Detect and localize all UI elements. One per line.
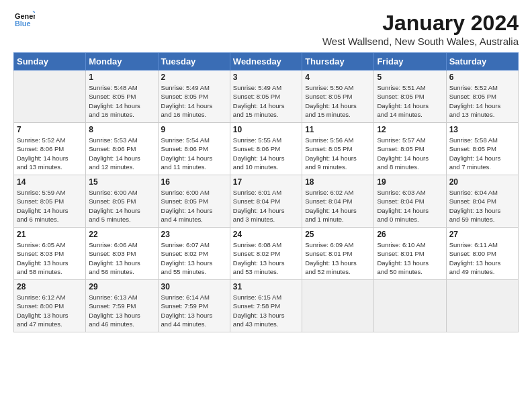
day-info: Sunrise: 6:01 AM Sunset: 8:04 PM Dayligh…	[233, 188, 299, 224]
day-info: Sunrise: 6:08 AM Sunset: 8:02 PM Dayligh…	[233, 240, 299, 276]
day-number: 8	[89, 125, 154, 134]
day-number: 14	[17, 177, 83, 187]
day-cell: 18Sunrise: 6:02 AM Sunset: 8:04 PM Dayli…	[302, 175, 374, 228]
day-info: Sunrise: 5:56 AM Sunset: 8:05 PM Dayligh…	[305, 136, 371, 171]
day-cell: 26Sunrise: 6:10 AM Sunset: 8:01 PM Dayli…	[374, 228, 446, 280]
day-cell: 16Sunrise: 6:00 AM Sunset: 8:05 PM Dayli…	[158, 175, 230, 228]
day-cell: 14Sunrise: 5:59 AM Sunset: 8:05 PM Dayli…	[14, 175, 86, 228]
week-row-2: 7Sunrise: 5:52 AM Sunset: 8:06 PM Daylig…	[14, 123, 519, 175]
page: General Blue January 2024 West Wallsend,…	[0, 0, 532, 339]
day-cell: 20Sunrise: 6:04 AM Sunset: 8:04 PM Dayli…	[446, 175, 518, 228]
day-info: Sunrise: 6:09 AM Sunset: 8:01 PM Dayligh…	[305, 240, 371, 276]
day-cell	[14, 71, 86, 123]
day-number: 15	[89, 177, 154, 187]
header: General Blue January 2024 West Wallsend,…	[13, 11, 519, 47]
title-area: January 2024 West Wallsend, New South Wa…	[322, 11, 519, 47]
day-cell: 24Sunrise: 6:08 AM Sunset: 8:02 PM Dayli…	[230, 228, 302, 280]
day-number: 21	[17, 230, 83, 239]
day-cell: 19Sunrise: 6:03 AM Sunset: 8:04 PM Dayli…	[374, 175, 446, 228]
day-number: 1	[89, 73, 154, 82]
day-number: 20	[449, 177, 515, 187]
day-info: Sunrise: 6:11 AM Sunset: 8:00 PM Dayligh…	[449, 240, 515, 276]
week-row-4: 21Sunrise: 6:05 AM Sunset: 8:03 PM Dayli…	[14, 228, 519, 280]
month-title: January 2024	[322, 11, 519, 36]
day-cell: 23Sunrise: 6:07 AM Sunset: 8:02 PM Dayli…	[158, 228, 230, 280]
day-number: 9	[161, 125, 227, 134]
day-info: Sunrise: 5:53 AM Sunset: 8:06 PM Dayligh…	[89, 136, 154, 171]
day-number: 18	[305, 177, 371, 187]
logo-icon: General Blue	[13, 11, 35, 30]
day-info: Sunrise: 5:54 AM Sunset: 8:06 PM Dayligh…	[161, 136, 227, 171]
day-cell: 2Sunrise: 5:49 AM Sunset: 8:05 PM Daylig…	[158, 71, 230, 123]
day-info: Sunrise: 6:06 AM Sunset: 8:03 PM Dayligh…	[89, 240, 154, 276]
day-info: Sunrise: 5:55 AM Sunset: 8:06 PM Dayligh…	[233, 136, 299, 171]
day-number: 17	[233, 177, 299, 187]
day-cell: 29Sunrise: 6:13 AM Sunset: 7:59 PM Dayli…	[86, 280, 158, 332]
day-info: Sunrise: 6:00 AM Sunset: 8:05 PM Dayligh…	[89, 188, 154, 224]
day-cell: 30Sunrise: 6:14 AM Sunset: 7:59 PM Dayli…	[158, 280, 230, 332]
col-saturday: Saturday	[446, 53, 518, 71]
day-info: Sunrise: 6:15 AM Sunset: 7:58 PM Dayligh…	[233, 293, 299, 328]
day-info: Sunrise: 6:05 AM Sunset: 8:03 PM Dayligh…	[17, 240, 83, 276]
svg-text:Blue: Blue	[15, 19, 31, 28]
day-number: 3	[233, 73, 299, 82]
day-number: 24	[233, 230, 299, 239]
day-info: Sunrise: 6:12 AM Sunset: 8:00 PM Dayligh…	[17, 293, 83, 328]
day-cell: 8Sunrise: 5:53 AM Sunset: 8:06 PM Daylig…	[86, 123, 158, 175]
day-cell: 6Sunrise: 5:52 AM Sunset: 8:05 PM Daylig…	[446, 71, 518, 123]
week-row-5: 28Sunrise: 6:12 AM Sunset: 8:00 PM Dayli…	[14, 280, 519, 332]
week-row-1: 1Sunrise: 5:48 AM Sunset: 8:05 PM Daylig…	[14, 71, 519, 123]
col-tuesday: Tuesday	[158, 53, 230, 71]
header-row: Sunday Monday Tuesday Wednesday Thursday…	[14, 53, 519, 71]
day-number: 30	[161, 282, 227, 291]
day-cell: 25Sunrise: 6:09 AM Sunset: 8:01 PM Dayli…	[302, 228, 374, 280]
logo: General Blue	[13, 11, 35, 30]
col-monday: Monday	[86, 53, 158, 71]
day-number: 2	[161, 73, 227, 82]
day-number: 28	[17, 282, 83, 291]
col-thursday: Thursday	[302, 53, 374, 71]
day-number: 27	[449, 230, 515, 239]
day-cell: 7Sunrise: 5:52 AM Sunset: 8:06 PM Daylig…	[14, 123, 86, 175]
day-info: Sunrise: 6:02 AM Sunset: 8:04 PM Dayligh…	[305, 188, 371, 224]
day-cell: 1Sunrise: 5:48 AM Sunset: 8:05 PM Daylig…	[86, 71, 158, 123]
day-cell: 10Sunrise: 5:55 AM Sunset: 8:06 PM Dayli…	[230, 123, 302, 175]
day-number: 13	[449, 125, 515, 134]
day-info: Sunrise: 6:00 AM Sunset: 8:05 PM Dayligh…	[161, 188, 227, 224]
day-number: 16	[161, 177, 227, 187]
location-title: West Wallsend, New South Wales, Australi…	[322, 36, 519, 47]
day-info: Sunrise: 5:57 AM Sunset: 8:05 PM Dayligh…	[377, 136, 443, 171]
day-info: Sunrise: 5:52 AM Sunset: 8:05 PM Dayligh…	[449, 83, 515, 119]
day-number: 26	[377, 230, 443, 239]
day-cell: 27Sunrise: 6:11 AM Sunset: 8:00 PM Dayli…	[446, 228, 518, 280]
day-info: Sunrise: 6:03 AM Sunset: 8:04 PM Dayligh…	[377, 188, 443, 224]
col-friday: Friday	[374, 53, 446, 71]
day-number: 7	[17, 125, 83, 134]
day-number: 4	[305, 73, 371, 82]
col-sunday: Sunday	[14, 53, 86, 71]
day-number: 19	[377, 177, 443, 187]
day-number: 23	[161, 230, 227, 239]
day-number: 25	[305, 230, 371, 239]
day-info: Sunrise: 6:04 AM Sunset: 8:04 PM Dayligh…	[449, 188, 515, 224]
day-info: Sunrise: 5:59 AM Sunset: 8:05 PM Dayligh…	[17, 188, 83, 224]
day-number: 29	[89, 282, 154, 291]
day-info: Sunrise: 5:49 AM Sunset: 8:05 PM Dayligh…	[233, 83, 299, 119]
day-number: 5	[377, 73, 443, 82]
day-info: Sunrise: 5:51 AM Sunset: 8:05 PM Dayligh…	[377, 83, 443, 119]
week-row-3: 14Sunrise: 5:59 AM Sunset: 8:05 PM Dayli…	[14, 175, 519, 228]
day-cell	[446, 280, 518, 332]
day-number: 22	[89, 230, 154, 239]
col-wednesday: Wednesday	[230, 53, 302, 71]
day-number: 31	[233, 282, 299, 291]
day-info: Sunrise: 6:14 AM Sunset: 7:59 PM Dayligh…	[161, 293, 227, 328]
day-info: Sunrise: 5:58 AM Sunset: 8:05 PM Dayligh…	[449, 136, 515, 171]
day-info: Sunrise: 5:50 AM Sunset: 8:05 PM Dayligh…	[305, 83, 371, 119]
day-info: Sunrise: 5:49 AM Sunset: 8:05 PM Dayligh…	[161, 83, 227, 119]
day-number: 10	[233, 125, 299, 134]
day-cell: 12Sunrise: 5:57 AM Sunset: 8:05 PM Dayli…	[374, 123, 446, 175]
day-number: 12	[377, 125, 443, 134]
day-cell: 13Sunrise: 5:58 AM Sunset: 8:05 PM Dayli…	[446, 123, 518, 175]
day-cell: 17Sunrise: 6:01 AM Sunset: 8:04 PM Dayli…	[230, 175, 302, 228]
calendar-table: Sunday Monday Tuesday Wednesday Thursday…	[13, 52, 519, 332]
